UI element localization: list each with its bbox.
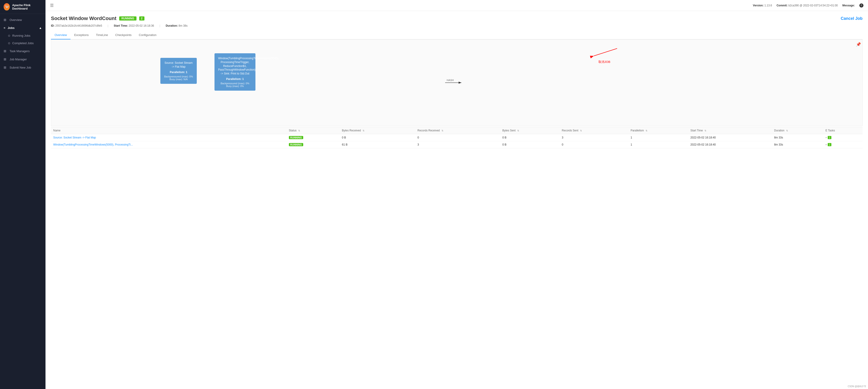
table-row: Source: Socket Stream -> Flat Map RUNNIN… (51, 134, 863, 141)
col-start-time[interactable]: Start Time ⇅ (688, 127, 772, 134)
main-content: ☰ Version: 1.13.6 Commit: b2ca390 @ 2022… (45, 0, 868, 389)
col-bytes-received[interactable]: Bytes Received ⇅ (340, 127, 415, 134)
row2-e-tasks: – 1 (823, 141, 863, 148)
job-id: ID: 2557ab2e162b1fc4416696db207c8fe5 (51, 24, 102, 27)
sidebar-item-task-managers[interactable]: ⊞ Task Managers (0, 47, 45, 55)
job-id-label: ID: (51, 24, 55, 27)
sidebar-item-running-jobs[interactable]: Running Jobs (0, 32, 45, 39)
overview-icon: ⊞ (4, 18, 7, 22)
col-e-tasks[interactable]: E Tasks (823, 127, 863, 134)
table-body: Source: Socket Stream -> Flat Map RUNNIN… (51, 134, 863, 148)
row1-bytes-received: 0 B (340, 134, 415, 141)
col-status[interactable]: Status ⇅ (287, 127, 340, 134)
source-node[interactable]: Source: Socket Stream -> Flat Map Parall… (160, 58, 197, 84)
records-received-sort-icon: ⇅ (441, 129, 443, 132)
duration-sort-icon: ⇅ (786, 129, 788, 132)
row1-status-badge: RUNNING (289, 136, 303, 139)
sidebar-item-completed-jobs-label: Completed Jobs (12, 41, 34, 45)
message-label: Message: (842, 4, 855, 7)
row2-name-link[interactable]: Window(TumblingProcessingTimeWindows(500… (53, 143, 133, 146)
col-records-sent[interactable]: Records Sent ⇅ (560, 127, 628, 134)
row2-name: Window(TumblingProcessingTimeWindows(500… (51, 141, 287, 148)
divider-2: | (159, 24, 160, 27)
row2-start-time: 2022-05-02 16:18:40 (688, 141, 772, 148)
menu-icon[interactable]: ☰ (50, 3, 54, 8)
source-node-title: Source: Socket Stream -> Flat Map (164, 61, 193, 69)
window-node[interactable]: Window(TumblingProcessingTimeWindows(500… (215, 53, 255, 91)
sidebar-item-completed-jobs[interactable]: Completed Jobs (0, 39, 45, 47)
edge-label: HASH (447, 79, 454, 82)
col-records-received[interactable]: Records Received ⇅ (415, 127, 500, 134)
window-node-stats: Backpressured (max): 0%Busy (max): 0% (218, 82, 252, 87)
row2-parallelism: 1 (628, 141, 688, 148)
col-name[interactable]: Name (51, 127, 287, 134)
sidebar-logo: 🐿 Apache Flink Dashboard (0, 0, 45, 14)
col-bytes-sent[interactable]: Bytes Sent ⇅ (500, 127, 560, 134)
tab-timeline-label: TimeLine (96, 33, 108, 37)
row1-status: RUNNING (287, 134, 340, 141)
row1-duration: 8m 33s (772, 134, 823, 141)
notification-badge[interactable]: 0 (859, 3, 863, 7)
table-row: Window(TumblingProcessingTimeWindows(500… (51, 141, 863, 148)
sidebar-item-jobs-label: Jobs (8, 26, 14, 30)
row1-bytes-sent: 0 B (500, 134, 560, 141)
row1-records-sent: 3 (560, 134, 628, 141)
sidebar-item-jobs[interactable]: ≡ Jobs ▲ (0, 24, 45, 32)
bytes-received-sort-icon: ⇅ (363, 129, 364, 132)
source-node-parallelism: Parallelism: 1 (164, 71, 193, 74)
tab-configuration[interactable]: Configuration (135, 31, 160, 39)
cancel-job-button[interactable]: Cancel Job (841, 16, 863, 21)
pin-icon[interactable]: 📌 (856, 42, 861, 47)
svg-line-2 (594, 49, 617, 56)
sidebar-logo-text: Apache Flink Dashboard (12, 3, 42, 10)
tab-checkpoints[interactable]: Checkpoints (112, 31, 135, 39)
col-duration[interactable]: Duration ⇅ (772, 127, 823, 134)
job-duration: Duration: 8m 38s (165, 24, 187, 27)
notification-count: 0 (861, 4, 862, 7)
row2-records-received: 3 (415, 141, 500, 148)
row1-e-tasks: – 1 (823, 134, 863, 141)
jobs-chevron-icon: ▲ (39, 26, 42, 30)
commit-label: Commit: (777, 4, 788, 7)
submit-new-job-icon: ⊞ (4, 65, 7, 69)
sidebar-navigation: ⊞ Overview ≡ Jobs ▲ Running Jobs Complet… (0, 14, 45, 73)
version-value: 1.13.6 (765, 4, 772, 7)
sidebar-item-submit-new-job-label: Submit New Job (9, 66, 31, 69)
row1-tasks-badge: 1 (828, 136, 831, 139)
row2-tasks-badge: 1 (828, 143, 831, 146)
row1-name-link[interactable]: Source: Socket Stream -> Flat Map (53, 136, 96, 139)
flink-logo-icon: 🐿 (4, 3, 10, 10)
sidebar-item-job-manager[interactable]: ⊞ Job Manager (0, 55, 45, 63)
job-count-badge: 2 (139, 17, 145, 21)
tab-configuration-label: Configuration (139, 33, 156, 37)
duration-label: Duration: (165, 24, 178, 27)
col-parallelism[interactable]: Parallelism ⇅ (628, 127, 688, 134)
commit-info: Commit: b2ca390 @ 2022-02-03T14:54:22+01… (777, 4, 838, 7)
sidebar-item-job-manager-label: Job Manager (9, 58, 27, 61)
message-info: Message: (842, 4, 855, 7)
row1-records-received: 0 (415, 134, 500, 141)
sidebar-item-overview[interactable]: ⊞ Overview (0, 16, 45, 24)
row2-e: – (826, 143, 827, 146)
tab-exceptions-label: Exceptions (74, 33, 89, 37)
commit-value: b2ca390 @ 2022-02-03T14:54:22+01:00 (788, 4, 838, 7)
tab-timeline[interactable]: TimeLine (92, 31, 112, 39)
job-start-time: Start Time: 2022-05-02 16:18:36 (114, 24, 154, 27)
records-sent-sort-icon: ⇅ (580, 129, 582, 132)
tab-overview-label: Overview (55, 33, 67, 37)
row2-bytes-received: 61 B (340, 141, 415, 148)
task-managers-icon: ⊞ (4, 49, 7, 53)
tab-overview[interactable]: Overview (51, 31, 70, 39)
source-node-stats: Backpressured (max): 0%Busy (max): N/A (164, 75, 193, 81)
window-node-title: Window(TumblingProcessingTimeWindows(500… (218, 56, 252, 76)
diagram-area[interactable]: HASH 取消JOB Source: Socket Stream -> Flat… (51, 39, 863, 126)
divider-1: | (107, 24, 108, 27)
parallelism-sort-icon: ⇅ (646, 129, 647, 132)
row2-bytes-sent: 0 B (500, 141, 560, 148)
table-container: Name Status ⇅ Bytes Received ⇅ Records R… (51, 127, 863, 148)
status-badge: RUNNING (119, 17, 136, 21)
completed-jobs-dot-icon (8, 43, 10, 44)
sidebar: 🐿 Apache Flink Dashboard ⊞ Overview ≡ Jo… (0, 0, 45, 389)
sidebar-item-submit-new-job[interactable]: ⊞ Submit New Job (0, 63, 45, 72)
tab-exceptions[interactable]: Exceptions (70, 31, 92, 39)
